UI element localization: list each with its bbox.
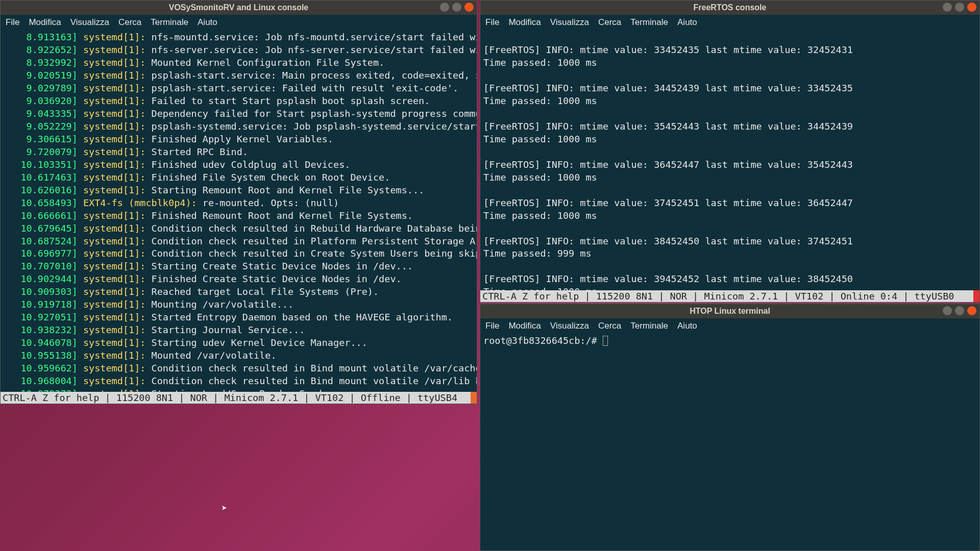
log-line: 10.979372] systemd[1]: Starting Load/Sav… — [4, 388, 474, 392]
window-title: FreeRTOS console — [694, 3, 767, 12]
statusbar-rt: CTRL-A Z for help | 115200 8N1 | NOR | M… — [480, 290, 979, 302]
log-line: 10.968004] systemd[1]: Condition check r… — [4, 375, 474, 388]
log-line: 10.927051] systemd[1]: Started Entropy D… — [4, 311, 474, 324]
close-icon[interactable] — [967, 306, 976, 315]
rtos-line: Time passed: 1000 ms — [483, 133, 976, 146]
rtos-line: Time passed: 1000 ms — [483, 95, 976, 108]
window-controls — [440, 3, 474, 12]
log-line: 10.919718] systemd[1]: Mounting /var/vol… — [4, 298, 474, 311]
window-title: VOSySmonitoRV and Linux console — [169, 3, 309, 12]
log-line: 10.666661] systemd[1]: Finished Remount … — [4, 210, 474, 222]
log-line: 10.687524] systemd[1]: Condition check r… — [4, 235, 474, 248]
titlebar-left[interactable]: VOSySmonitoRV and Linux console — [1, 1, 477, 15]
menu-cerca[interactable]: Cerca — [118, 17, 141, 28]
terminal-body-left[interactable]: 8.913163] systemd[1]: nfs-mountd.service… — [1, 30, 477, 392]
maximize-icon[interactable] — [452, 3, 461, 12]
minimize-icon[interactable] — [943, 3, 952, 12]
menu-terminale[interactable]: Terminale — [630, 321, 668, 331]
menubar-rt: FileModificaVisualizzaCercaTerminaleAiut… — [480, 15, 979, 30]
rtos-line: Time passed: 1000 ms — [483, 57, 976, 69]
terminal-body-rb[interactable]: root@3fb8326645cb:/# — [480, 334, 979, 550]
log-line: 10.938232] systemd[1]: Starting Journal … — [4, 324, 474, 337]
log-line: 8.922652] systemd[1]: nfs-server.service… — [4, 44, 474, 57]
menu-terminale[interactable]: Terminale — [630, 17, 668, 28]
close-icon[interactable] — [967, 3, 976, 12]
log-line: 10.658493] EXT4-fs (mmcblk0p4): re-mount… — [4, 197, 474, 210]
log-line: 10.909303] systemd[1]: Reached target Lo… — [4, 286, 474, 298]
menu-modifica[interactable]: Modifica — [508, 17, 541, 28]
minimize-icon[interactable] — [943, 306, 952, 315]
rtos-line: Time passed: 999 ms — [483, 247, 976, 260]
menu-visualizza[interactable]: Visualizza — [550, 17, 589, 28]
log-line: 9.029789] systemd[1]: psplash-start.serv… — [4, 82, 474, 95]
rtos-line: [FreeRTOS] INFO: mtime value: 37452451 l… — [483, 197, 976, 210]
menu-cerca[interactable]: Cerca — [598, 321, 621, 331]
menu-file[interactable]: File — [6, 17, 19, 28]
menu-modifica[interactable]: Modifica — [29, 17, 61, 28]
log-line: 10.955138] systemd[1]: Mounted /var/vola… — [4, 349, 474, 362]
titlebar-rb[interactable]: HTOP Linux terminal — [480, 304, 979, 318]
minimize-icon[interactable] — [440, 3, 449, 12]
menu-visualizza[interactable]: Visualizza — [550, 321, 589, 331]
log-line: 10.946078] systemd[1]: Starting udev Ker… — [4, 337, 474, 349]
menu-cerca[interactable]: Cerca — [598, 17, 621, 28]
log-line: 10.902944] systemd[1]: Finished Create S… — [4, 273, 474, 286]
statusbar-left: CTRL-A Z for help | 115200 8N1 | NOR | M… — [1, 392, 477, 404]
menu-aiuto[interactable]: Aiuto — [677, 321, 697, 331]
menu-file[interactable]: File — [485, 17, 499, 28]
log-line: 9.020519] systemd[1]: psplash-start.serv… — [4, 69, 474, 82]
log-line: 10.617463] systemd[1]: Finished File Sys… — [4, 171, 474, 184]
menu-aiuto[interactable]: Aiuto — [198, 17, 217, 28]
log-line: 10.696977] systemd[1]: Condition check r… — [4, 247, 474, 260]
log-line: 10.626016] systemd[1]: Starting Remount … — [4, 184, 474, 197]
menu-modifica[interactable]: Modifica — [508, 321, 541, 331]
maximize-icon[interactable] — [955, 3, 964, 12]
rtos-line: [FreeRTOS] INFO: mtime value: 36452447 l… — [483, 159, 976, 171]
titlebar-rt[interactable]: FreeRTOS console — [480, 1, 979, 15]
menu-aiuto[interactable]: Aiuto — [677, 17, 697, 28]
log-line: 10.679645] systemd[1]: Condition check r… — [4, 222, 474, 235]
log-line: 9.720079] systemd[1]: Started RPC Bind. — [4, 146, 474, 159]
rtos-line: [FreeRTOS] INFO: mtime value: 34452439 l… — [483, 82, 976, 95]
log-line: 10.959662] systemd[1]: Condition check r… — [4, 362, 474, 375]
close-icon[interactable] — [464, 3, 474, 12]
rtos-line: Time passed: 1000 ms — [483, 210, 976, 222]
log-line: 8.932992] systemd[1]: Mounted Kernel Con… — [4, 57, 474, 69]
maximize-icon[interactable] — [955, 306, 964, 315]
rtos-line: [FreeRTOS] INFO: mtime value: 35452443 l… — [483, 120, 976, 133]
shell-prompt: root@3fb8326645cb:/# — [483, 335, 603, 346]
freertos-console-window: FreeRTOS console FileModificaVisualizzaC… — [480, 0, 980, 303]
menubar-rb: FileModificaVisualizzaCercaTerminaleAiut… — [480, 318, 979, 334]
log-line: 8.913163] systemd[1]: nfs-mountd.service… — [4, 31, 474, 44]
htop-terminal-window: HTOP Linux terminal FileModificaVisualiz… — [480, 304, 980, 551]
menubar-left: FileModificaVisualizzaCercaTerminaleAiut… — [1, 15, 477, 30]
rtos-line: [FreeRTOS] INFO: mtime value: 33452435 l… — [483, 44, 976, 57]
window-controls — [943, 3, 976, 12]
rtos-line: Time passed: 1000 ms — [483, 171, 976, 184]
menu-file[interactable]: File — [485, 321, 499, 331]
window-controls — [943, 306, 976, 315]
rtos-line: [FreeRTOS] INFO: mtime value: 38452450 l… — [483, 235, 976, 248]
rtos-line: Time passed: 1000 ms — [483, 286, 976, 290]
linux-console-window: VOSySmonitoRV and Linux console FileModi… — [0, 0, 477, 404]
menu-visualizza[interactable]: Visualizza — [70, 17, 109, 28]
log-line: 9.043335] systemd[1]: Dependency failed … — [4, 108, 474, 120]
log-line: 9.306615] systemd[1]: Finished Apply Ker… — [4, 133, 474, 146]
log-line: 9.052229] systemd[1]: psplash-systemd.se… — [4, 120, 474, 133]
terminal-body-rt[interactable]: [FreeRTOS] INFO: mtime value: 33452435 l… — [480, 30, 979, 290]
text-cursor — [603, 336, 608, 346]
menu-terminale[interactable]: Terminale — [151, 17, 188, 28]
log-line: 9.036920] systemd[1]: Failed to start St… — [4, 95, 474, 108]
log-line: 10.103351] systemd[1]: Finished udev Col… — [4, 159, 474, 171]
window-title: HTOP Linux terminal — [690, 307, 770, 316]
mouse-pointer-icon: ➤ — [222, 503, 227, 513]
log-line: 10.707010] systemd[1]: Starting Create S… — [4, 260, 474, 273]
rtos-line: [FreeRTOS] INFO: mtime value: 39452452 l… — [483, 273, 976, 286]
